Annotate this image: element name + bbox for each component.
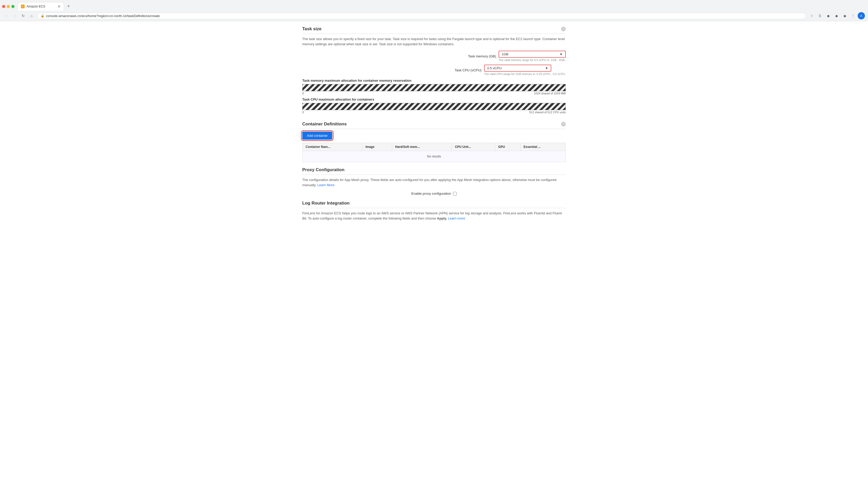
memory-progress-bar [302, 84, 566, 91]
address-bar: ← → ↻ ⌂ 🔒 console.amazonaws.cn/ecs/home?… [0, 11, 868, 21]
memory-progress-section: Task memory maximum allocation for conta… [302, 79, 566, 95]
task-cpu-row: Task CPU (vCPU) 0.25 vCPU 0.5 vCPU 1 vCP… [302, 65, 566, 76]
close-window-button[interactable] [2, 5, 5, 8]
col-essential: Essential ... [520, 143, 566, 151]
task-cpu-dropdown-arrow: ▼ [545, 66, 548, 70]
tab-close-button[interactable]: ✕ [58, 4, 61, 9]
container-definitions-header: Container Definitions ? [302, 121, 566, 129]
table-header-row: Container Nam... Image Hard/Soft mem... … [302, 143, 566, 151]
traffic-lights [2, 5, 14, 8]
memory-bar-title: Task memory maximum allocation for conta… [302, 79, 566, 82]
proxy-learn-more-link[interactable]: Learn More [317, 183, 334, 187]
tab-title: Amazon ECS [27, 5, 45, 8]
tab-favicon: A [21, 5, 25, 8]
task-size-section: Task size ? The task size allows you to … [302, 26, 566, 114]
cpu-bar-right-label: 512 shared of 512 CPU units [529, 111, 566, 114]
maximize-window-button[interactable] [11, 5, 14, 8]
cpu-progress-labels: 0 512 shared of 512 CPU units [302, 111, 566, 114]
cpu-progress-section: Task CPU maximum allocation for containe… [302, 97, 566, 114]
container-definitions-title: Container Definitions [302, 121, 347, 127]
browser-tab[interactable]: A Amazon ECS ✕ [17, 2, 64, 11]
profile-button[interactable]: A [858, 12, 865, 19]
proxy-configuration-title: Proxy Configuration [302, 167, 344, 172]
log-router-learn-more-link[interactable]: Learn more [448, 217, 465, 220]
page-content: Task size ? The task size allows you to … [292, 21, 576, 231]
extension-1-button[interactable]: S [816, 12, 824, 19]
memory-progress-labels: 0 1024 shared of 1024 MiB [302, 92, 566, 95]
url-bar[interactable]: 🔒 console.amazonaws.cn/ecs/home?region=c… [37, 13, 806, 19]
table-no-results-row: No results [302, 151, 566, 162]
proxy-configuration-description: The configuration details for App Mesh p… [302, 178, 566, 187]
task-size-help-icon[interactable]: ? [561, 27, 566, 31]
proxy-checkbox-row: Enable proxy configuration [302, 192, 566, 196]
ssl-lock-icon: 🔒 [41, 14, 44, 17]
task-cpu-control: 0.25 vCPU 0.5 vCPU 1 vCPU 2 vCPU ▼ The v… [484, 65, 566, 76]
col-gpu: GPU [495, 143, 520, 151]
back-button[interactable]: ← [3, 12, 10, 19]
task-cpu-hint: The valid CPU range for 1GB memory is: 0… [484, 73, 566, 76]
proxy-configuration-header: Proxy Configuration [302, 167, 566, 175]
url-text: console.amazonaws.cn/ecs/home?region=cn-… [46, 14, 160, 18]
extensions-button[interactable]: ◆ [841, 12, 849, 19]
container-definitions-section: Container Definitions ? Add container Co… [302, 121, 566, 162]
browser-chrome: A Amazon ECS ✕ + ← → ↻ ⌂ 🔒 console.amazo… [0, 0, 868, 21]
log-router-description: FireLens for Amazon ECS helps you route … [302, 211, 566, 221]
proxy-description-text: The configuration details for App Mesh p… [302, 178, 556, 187]
bookmark-button[interactable]: ☆ [808, 12, 815, 19]
memory-bar-left-label: 0 [302, 92, 304, 95]
menu-button[interactable]: ⋮ [850, 12, 857, 19]
task-size-header: Task size ? [302, 26, 566, 34]
log-router-apply-text: Apply. [437, 217, 447, 220]
log-router-title: Log Router Integration [302, 201, 350, 206]
cpu-bar-title: Task CPU maximum allocation for containe… [302, 97, 566, 101]
proxy-checkbox-input[interactable] [453, 192, 457, 196]
task-size-description: The task size allows you to specify a fi… [302, 37, 566, 47]
task-memory-select-box[interactable]: 0.5GB 1GB 2GB 3GB 4GB ▼ [499, 51, 566, 58]
col-cpu-units: CPU Unit... [452, 143, 495, 151]
log-router-header: Log Router Integration [302, 201, 566, 208]
task-size-title: Task size [302, 26, 321, 31]
home-button[interactable]: ⌂ [28, 12, 35, 19]
minimize-window-button[interactable] [7, 5, 10, 8]
extension-3-button[interactable]: ◆ [833, 12, 840, 19]
container-definitions-table: Container Nam... Image Hard/Soft mem... … [302, 143, 566, 162]
task-memory-select[interactable]: 0.5GB 1GB 2GB 3GB 4GB [502, 52, 559, 56]
browser-toolbar-right: ☆ S ◆ ◆ ◆ ⋮ A [808, 12, 865, 19]
nav-buttons: ← → ↻ ⌂ [3, 12, 35, 19]
task-memory-dropdown-arrow: ▼ [559, 52, 562, 56]
container-definitions-help-icon[interactable]: ? [561, 122, 566, 127]
log-router-section: Log Router Integration FireLens for Amaz… [302, 201, 566, 221]
table-body: No results [302, 151, 566, 162]
task-cpu-select[interactable]: 0.25 vCPU 0.5 vCPU 1 vCPU 2 vCPU [487, 66, 545, 70]
task-cpu-label: Task CPU (vCPU) [445, 68, 482, 72]
cpu-progress-bar [302, 103, 566, 110]
proxy-configuration-section: Proxy Configuration The configuration de… [302, 167, 566, 196]
col-image: Image [362, 143, 392, 151]
table-header: Container Nam... Image Hard/Soft mem... … [302, 143, 566, 151]
forward-button[interactable]: → [11, 12, 18, 19]
memory-bar-right-label: 1024 shared of 1024 MiB [534, 92, 566, 95]
proxy-checkbox-label: Enable proxy configuration [411, 192, 451, 196]
col-container-name: Container Nam... [302, 143, 363, 151]
new-tab-button[interactable]: + [65, 3, 72, 10]
task-cpu-select-box[interactable]: 0.25 vCPU 0.5 vCPU 1 vCPU 2 vCPU ▼ [484, 65, 551, 71]
task-memory-control: 0.5GB 1GB 2GB 3GB 4GB ▼ The valid memory… [499, 51, 566, 62]
add-container-button[interactable]: Add container [302, 132, 332, 140]
task-memory-row: Task memory (GB) 0.5GB 1GB 2GB 3GB 4GB ▼… [302, 51, 566, 62]
cpu-bar-left-label: 0 [302, 111, 304, 114]
reload-button[interactable]: ↻ [19, 12, 27, 19]
log-router-description-text: FireLens for Amazon ECS helps you route … [302, 211, 562, 220]
task-memory-label: Task memory (GB) [460, 54, 496, 58]
tab-bar: A Amazon ECS ✕ + [0, 0, 868, 11]
no-results-cell: No results [302, 151, 566, 162]
col-hard-soft-mem: Hard/Soft mem... [392, 143, 452, 151]
extension-2-button[interactable]: ◆ [825, 12, 832, 19]
task-memory-hint: The valid memory range for 0.5 vCPU is: … [499, 58, 566, 62]
